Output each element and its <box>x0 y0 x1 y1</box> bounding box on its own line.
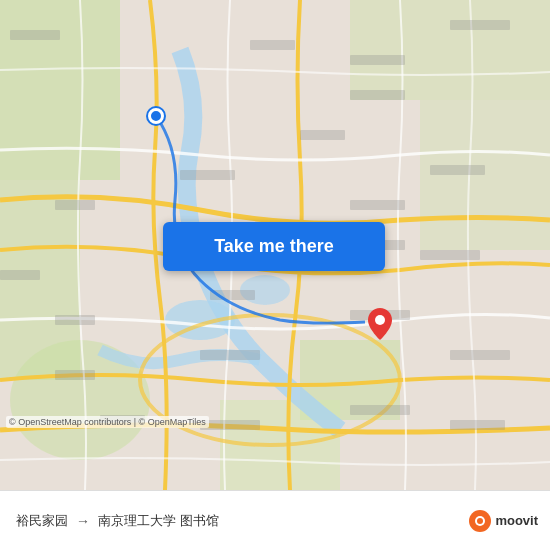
moovit-logo: moovit <box>469 510 538 532</box>
svg-rect-27 <box>200 350 260 360</box>
destination-marker <box>368 308 392 340</box>
svg-rect-12 <box>450 20 510 30</box>
svg-rect-19 <box>55 200 95 210</box>
svg-rect-15 <box>350 90 405 100</box>
route-from-label: 裕民家园 <box>16 512 68 530</box>
svg-point-36 <box>477 518 483 524</box>
svg-rect-6 <box>350 0 550 100</box>
svg-point-34 <box>375 315 385 325</box>
svg-rect-31 <box>350 405 410 415</box>
svg-rect-14 <box>250 40 295 50</box>
route-to-label: 南京理工大学 图书馆 <box>98 512 219 530</box>
svg-rect-11 <box>10 30 60 40</box>
svg-rect-17 <box>300 130 345 140</box>
svg-rect-21 <box>55 315 95 325</box>
moovit-icon <box>469 510 491 532</box>
svg-rect-16 <box>430 165 485 175</box>
take-me-there-button[interactable]: Take me there <box>163 222 385 271</box>
svg-rect-25 <box>420 250 480 260</box>
svg-rect-18 <box>180 170 235 180</box>
svg-rect-29 <box>200 420 260 430</box>
svg-rect-1 <box>0 0 120 180</box>
svg-rect-20 <box>0 270 40 280</box>
svg-rect-13 <box>350 55 405 65</box>
svg-rect-23 <box>350 200 405 210</box>
route-arrow: → <box>76 513 90 529</box>
svg-rect-32 <box>450 350 510 360</box>
origin-marker <box>148 108 164 124</box>
map-container: Take me there © OpenStreetMap contributo… <box>0 0 550 490</box>
svg-rect-22 <box>55 370 95 380</box>
map-attribution: © OpenStreetMap contributors | © OpenMap… <box>6 416 209 428</box>
bottom-bar: 裕民家园 → 南京理工大学 图书馆 moovit <box>0 490 550 550</box>
moovit-text: moovit <box>495 513 538 528</box>
svg-rect-33 <box>450 420 505 430</box>
